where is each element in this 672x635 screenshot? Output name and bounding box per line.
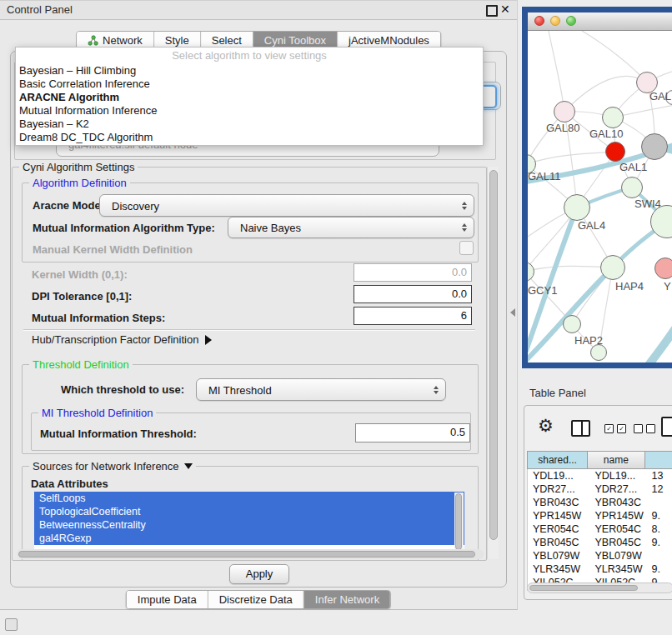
zoom-traffic-light[interactable] <box>566 16 576 26</box>
data-attributes-label: Data Attributes <box>31 478 108 490</box>
tab-label: Discretize Data <box>219 593 293 606</box>
dpi-tolerance-input[interactable]: 0.0 <box>354 285 472 303</box>
tab-discretize-data[interactable]: Discretize Data <box>208 591 303 608</box>
mi-type-combo[interactable]: Naive Bayes <box>228 217 474 238</box>
network-node-hap2[interactable] <box>563 315 581 333</box>
table-row[interactable]: YBR043CYBR043C <box>528 496 672 509</box>
network-node-gal4[interactable] <box>564 194 590 221</box>
network-node-gal10[interactable] <box>602 107 624 128</box>
network-node-hap4[interactable] <box>600 255 625 280</box>
attribute-item-topologicalcoefficient[interactable]: TopologicalCoefficient <box>34 505 464 518</box>
table-cell <box>644 496 672 509</box>
network-node-y[interactable] <box>654 258 672 279</box>
tab-label: Network <box>103 34 143 47</box>
network-node-gal80[interactable] <box>554 101 575 122</box>
splitter-collapse-arrow[interactable] <box>510 308 515 317</box>
mi-type-value: Naive Bayes <box>240 222 301 234</box>
kernel-width-label: Kernel Width (0,1): <box>32 268 128 281</box>
data-attributes-list[interactable]: SelfLoopsTopologicalCoefficientBetweenne… <box>34 492 464 555</box>
expanded-arrow-icon <box>184 463 193 469</box>
algorithm-option-dream8-dc-tdc-algorithm[interactable]: Dream8 DC_TDC Algorithm <box>16 131 483 144</box>
tab-impute-data[interactable]: Impute Data <box>127 591 208 608</box>
table-cell: 12 <box>644 482 672 496</box>
float-window-icon[interactable] <box>486 5 498 17</box>
network-node-gal1[interactable] <box>605 142 625 162</box>
select-all-columns-icon[interactable]: ✓✓ <box>604 424 626 433</box>
table-cell: YPR145W <box>588 509 644 522</box>
cyni-algorithm-settings-panel: Cyni Algorithm Settings Algorithm Defini… <box>12 161 499 561</box>
export-table-icon[interactable] <box>661 417 672 437</box>
mini-window-icon[interactable] <box>5 618 18 631</box>
algorithm-option-bayesian-k2[interactable]: Bayesian – K2 <box>16 118 483 131</box>
close-icon[interactable]: ✕ <box>500 2 510 16</box>
tab-label: Cyni Toolbox <box>264 34 326 47</box>
node-label-y: Y <box>664 280 671 292</box>
collapsed-arrow-icon <box>205 335 212 345</box>
table-row[interactable]: YDR27...YDR27...12 <box>528 482 672 496</box>
control-panel-window: Control Panel ✕ NetworkStyleSelectCyni T… <box>0 0 518 610</box>
settings-horizontal-scrollbar[interactable] <box>17 549 484 559</box>
attribute-item-betweennesscentrality[interactable]: BetweennessCentrality <box>34 518 464 532</box>
table-row[interactable]: YBL079WYBL079W <box>528 549 672 562</box>
table-row[interactable]: YDL19...YDL19...13 <box>528 469 672 482</box>
table-row[interactable]: YPR145WYPR145W9. <box>528 509 672 522</box>
settings-vertical-scrollbar[interactable] <box>487 167 499 559</box>
table-cell: YDL19... <box>528 469 588 482</box>
table-header-row: shared...name <box>527 451 672 469</box>
table-cell: YBR045C <box>528 536 588 549</box>
hub-definition-toggle[interactable]: Hub/Transcription Factor Definition <box>32 333 212 346</box>
column-header-name[interactable]: name <box>588 451 644 469</box>
network-canvas[interactable]: GALGAL80GAL10GAL1GAL11SWI4GAL4GCY1HAP4YH… <box>528 31 672 362</box>
network-node[interactable] <box>590 344 607 361</box>
table-panel: ⚙ ✓✓ shared...name YDL19...YDL19...13YDR… <box>524 405 672 600</box>
mi-threshold-group: MI Threshold Definition Mutual Informati… <box>31 412 471 451</box>
kernel-width-input[interactable]: 0.0 <box>354 263 472 282</box>
network-node-swi4[interactable] <box>621 177 643 198</box>
tab-label: Style <box>165 34 189 47</box>
attribute-item-selfloops[interactable]: SelfLoops <box>34 492 464 505</box>
table-cell: YBL079W <box>528 549 588 562</box>
apply-button[interactable]: Apply <box>229 564 289 584</box>
node-label-gcy1: GCY1 <box>528 284 557 297</box>
which-threshold-combo[interactable]: MI Threshold <box>196 378 446 401</box>
attribute-item-gal4rgexp[interactable]: gal4RGexp <box>34 532 464 545</box>
node-label-gal10: GAL10 <box>589 128 623 140</box>
close-traffic-light[interactable] <box>534 16 544 26</box>
manual-kernel-label: Manual Kernel Width Definition <box>33 243 193 256</box>
aracne-mode-combo[interactable]: Discovery <box>99 194 474 217</box>
which-threshold-label: Which threshold to use: <box>61 383 184 396</box>
mi-threshold-input[interactable]: 0.5 <box>355 423 470 442</box>
sources-group-title[interactable]: Sources for Network Inference <box>29 460 196 472</box>
settings-group-title: Cyni Algorithm Settings <box>19 161 138 173</box>
screen: { "control_panel": { "title": "Control P… <box>0 0 672 635</box>
deselect-all-columns-icon[interactable] <box>634 424 655 433</box>
algorithm-definition-title: Algorithm Definition <box>29 177 130 189</box>
algorithm-option-aracne-algorithm[interactable]: ARACNE Algorithm <box>16 91 483 104</box>
combo-stepper-icon <box>462 223 467 232</box>
column-header-shared[interactable]: shared... <box>527 451 588 469</box>
table-horizontal-scrollbar[interactable] <box>527 582 672 593</box>
algorithm-option-basic-correlation-inference[interactable]: Basic Correlation Inference <box>16 78 483 91</box>
table-row[interactable]: YBR045CYBR045C9. <box>528 536 672 549</box>
table-row[interactable]: YLR345WYLR345W9. <box>528 562 672 576</box>
algorithm-dropdown-popup: Select algorithm to view settings Bayesi… <box>15 47 484 146</box>
tab-infer-network[interactable]: Infer Network <box>303 591 390 608</box>
table-row[interactable]: YER054CYER054C8. <box>528 522 672 536</box>
algorithm-option-bayesian-hill-climbing[interactable]: Bayesian – Hill Climbing <box>16 64 483 78</box>
list-scrollbar[interactable] <box>454 492 464 554</box>
table-cell: YER054C <box>528 522 588 536</box>
table-cell: YBR043C <box>528 496 588 509</box>
manual-kernel-checkbox[interactable] <box>459 241 474 255</box>
split-column-icon[interactable] <box>571 420 590 437</box>
network-icon <box>88 35 98 46</box>
minimize-traffic-light[interactable] <box>550 16 560 26</box>
control-panel-titlebar: Control Panel ✕ <box>0 1 517 20</box>
gear-icon[interactable]: ⚙ <box>538 416 554 436</box>
algorithm-option-mutual-information-inference[interactable]: Mutual Information Inference <box>16 104 483 118</box>
network-node[interactable] <box>641 133 668 160</box>
node-label-gal11: GAL11 <box>528 170 561 182</box>
mi-threshold-label: Mutual Information Threshold: <box>40 428 197 440</box>
table-cell: 9. <box>644 509 672 522</box>
column-header-clipped[interactable] <box>645 451 672 469</box>
mi-steps-input[interactable]: 6 <box>354 307 472 325</box>
